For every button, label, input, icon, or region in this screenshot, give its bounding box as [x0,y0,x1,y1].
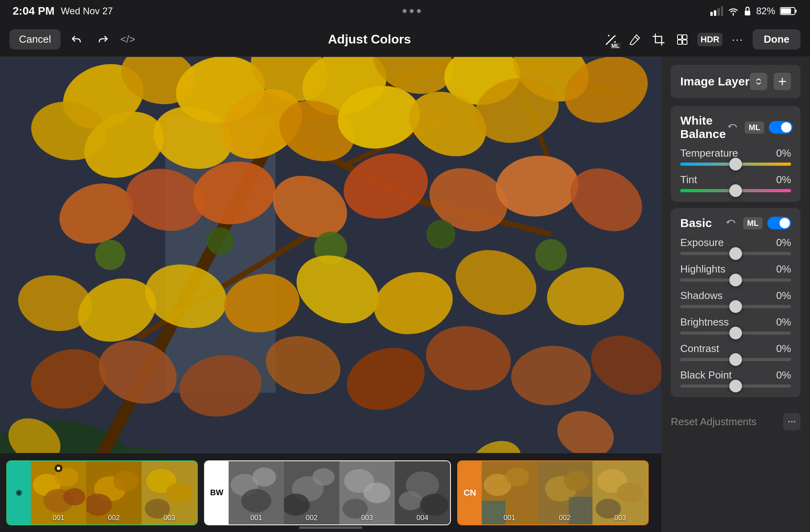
basic-toggle[interactable] [767,217,791,229]
shadows-slider-track[interactable] [680,305,791,308]
temperature-slider-track[interactable] [680,163,791,166]
film-thumb-num-bw-1: 001 [250,514,262,522]
basic-title: Basic [680,216,712,230]
chevron-updown-icon [754,77,763,86]
battery-icon [780,7,797,15]
tint-slider-track[interactable] [680,189,791,192]
film-thumb-color-3[interactable]: 003 [142,461,197,524]
photo-canvas [0,57,661,453]
filmstrip[interactable]: 001 002 [0,453,661,532]
panel-footer: Reset Adjustments [671,407,801,437]
exposure-slider-track[interactable] [680,252,791,255]
brightness-value: 0% [776,316,791,328]
brightness-slider-thumb[interactable] [729,327,742,339]
svg-point-96 [312,468,335,486]
blackpoint-row: Black Point 0% [680,369,791,388]
image-layer-chevron-button[interactable] [750,73,767,90]
layers-button[interactable] [674,31,691,48]
plus-icon [778,77,787,86]
film-thumb-bw-4[interactable]: 004 [395,461,450,524]
film-group-label-color [7,461,31,524]
white-balance-ml-badge[interactable]: ML [745,121,764,134]
shadows-row: Shadows 0% [680,290,791,308]
film-thumb-color-1[interactable]: 001 [31,461,86,524]
ml-wand-button[interactable]: ML [602,31,620,48]
svg-rect-13 [683,40,687,44]
more-button[interactable]: ··· [729,31,746,48]
svg-rect-4 [745,11,750,15]
highlights-label: Highlights [680,263,725,275]
blackpoint-slider-track[interactable] [680,384,791,388]
done-button[interactable]: Done [753,29,801,49]
svg-point-104 [399,491,422,510]
film-group-label-bw: BW [205,461,229,524]
cancel-button[interactable]: Cancel [9,29,61,49]
status-right: 82% [710,6,797,17]
panel-more-button[interactable] [783,413,801,430]
basic-reset-button[interactable] [724,216,738,230]
brightness-row: Brightness 0% [680,316,791,335]
hdr-button[interactable]: HDR [697,33,723,46]
svg-point-54 [426,220,455,249]
white-balance-header: White Balance ML [680,114,791,141]
shadows-slider-thumb[interactable] [729,300,742,313]
tint-row: Tint 0% [680,174,791,192]
exposure-slider-thumb[interactable] [729,247,742,260]
white-balance-title: White Balance [680,114,726,141]
svg-point-81 [63,488,85,505]
svg-point-105 [420,494,449,516]
code-button[interactable]: </> [119,31,136,48]
svg-point-84 [113,471,138,491]
film-thumb-bw-2[interactable]: 002 [284,461,339,524]
status-bar: 2:04 PM Wed Nov 27 82% [0,0,810,22]
tint-slider-thumb[interactable] [729,184,742,197]
highlights-slider-track[interactable] [680,278,791,282]
svg-rect-3 [721,6,723,16]
exposure-label: Exposure [680,237,724,249]
blackpoint-slider-thumb[interactable] [729,380,742,392]
status-dot-1 [403,9,407,13]
shadows-label: Shadows [680,290,723,302]
undo-button[interactable] [68,31,86,48]
tint-label: Tint [680,174,697,186]
status-dot-2 [410,9,414,13]
basic-ml-badge[interactable]: ML [743,217,763,229]
status-time: 2:04 PM [13,5,55,17]
svg-rect-10 [678,35,682,39]
reset-adjustments-button[interactable]: Reset Adjustments [671,416,757,428]
film-thumb-cn-2[interactable]: 002 [537,461,592,524]
temperature-slider-thumb[interactable] [729,158,742,170]
white-balance-toggle[interactable] [769,121,793,134]
film-thumb-cn-1[interactable]: 001 [482,461,537,524]
film-thumb-num-3: 003 [163,514,175,522]
image-layer-add-button[interactable] [774,73,791,90]
film-group-color[interactable]: 001 002 [6,460,198,525]
crop-button[interactable] [650,31,667,48]
crop-icon [652,33,665,46]
contrast-slider-thumb[interactable] [729,353,742,366]
contrast-slider-track[interactable] [680,358,791,361]
film-thumb-color-2[interactable]: 002 [86,461,142,524]
white-balance-reset-button[interactable] [726,120,740,134]
svg-rect-7 [781,8,791,14]
image-layer-actions [750,73,791,90]
paintbrush-button[interactable] [626,31,643,48]
brightness-slider-track[interactable] [680,331,791,335]
svg-point-112 [564,471,589,491]
scroll-indicator [299,526,362,529]
film-group-cn[interactable]: CN 001 [457,460,649,525]
svg-point-88 [166,483,193,503]
film-group-bw[interactable]: BW 001 [204,460,451,525]
layers-icon [676,33,689,46]
film-group-label-cn: CN [458,461,482,524]
film-thumb-bw-3[interactable]: 003 [339,461,395,524]
film-thumb-num-bw-2: 002 [306,514,318,522]
brightness-label: Brightness [680,316,729,328]
film-thumb-bw-1[interactable]: 001 [229,461,284,524]
highlights-slider-thumb[interactable] [729,274,742,286]
svg-rect-109 [482,501,505,524]
svg-point-119 [791,421,793,422]
redo-button[interactable] [94,31,111,48]
film-thumb-cn-3[interactable]: 003 [592,461,648,524]
contrast-label: Contrast [680,343,719,355]
